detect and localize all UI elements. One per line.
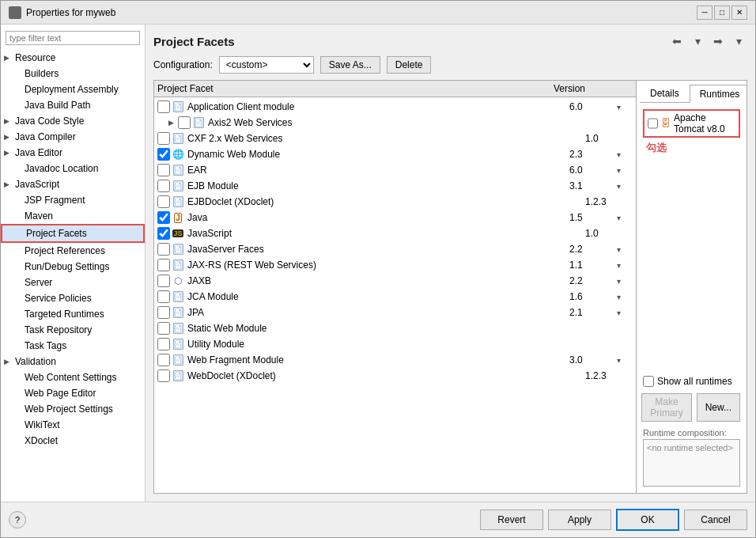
tab-details[interactable]: Details bbox=[640, 84, 690, 102]
window-icon bbox=[9, 6, 21, 19]
sidebar-item-task-repository[interactable]: Task Repository bbox=[1, 322, 145, 338]
sidebar-item-java-editor[interactable]: ▶Java Editor bbox=[1, 145, 145, 161]
tabs-row: Details Runtimes bbox=[640, 84, 743, 103]
sidebar-item-builders[interactable]: Builders bbox=[1, 66, 145, 81]
facet-checkbox[interactable] bbox=[157, 338, 170, 350]
new-button[interactable]: New... bbox=[697, 393, 740, 422]
facet-checkbox[interactable] bbox=[178, 116, 191, 129]
facet-checkbox[interactable] bbox=[157, 243, 170, 256]
facet-version-arrow-icon[interactable]: ▾ bbox=[617, 103, 633, 112]
facet-version-arrow-icon[interactable]: ▾ bbox=[617, 182, 633, 191]
facet-checkbox[interactable] bbox=[157, 275, 170, 287]
maximize-button[interactable]: □ bbox=[714, 6, 730, 20]
config-select[interactable]: <custom> bbox=[219, 56, 314, 74]
sidebar-item-javadoc-location[interactable]: Javadoc Location bbox=[1, 161, 145, 176]
sidebar-item-label: Java Compiler bbox=[15, 131, 76, 142]
facet-checkbox[interactable] bbox=[157, 259, 170, 271]
sidebar-item-web-page-editor[interactable]: Web Page Editor bbox=[1, 385, 145, 401]
sidebar-item-maven[interactable]: Maven bbox=[1, 208, 145, 224]
save-as-button[interactable]: Save As... bbox=[320, 56, 380, 74]
tab-runtimes[interactable]: Runtimes bbox=[690, 85, 747, 103]
close-button[interactable]: ✕ bbox=[731, 6, 747, 20]
sidebar-item-java-build-path[interactable]: Java Build Path bbox=[1, 97, 145, 113]
sidebar-item-java-compiler[interactable]: ▶Java Compiler bbox=[1, 129, 145, 145]
facet-checkbox[interactable] bbox=[157, 180, 170, 192]
facet-checkbox[interactable] bbox=[157, 227, 170, 240]
sidebar-item-javascript[interactable]: ▶JavaScript bbox=[1, 176, 145, 192]
sidebar-item-server[interactable]: Server bbox=[1, 275, 145, 290]
sidebar-item-run/debug-settings[interactable]: Run/Debug Settings bbox=[1, 259, 145, 275]
page-icon: 📄 bbox=[192, 116, 205, 129]
facet-checkbox[interactable] bbox=[157, 100, 170, 113]
facet-name-label: JavaServer Faces bbox=[187, 244, 569, 255]
facet-name-label: JAXB bbox=[187, 275, 569, 286]
apply-button[interactable]: Apply bbox=[548, 510, 611, 530]
sidebar-item-jsp-fragment[interactable]: JSP Fragment bbox=[1, 192, 145, 208]
show-all-runtimes-label: Show all runtimes bbox=[657, 376, 732, 387]
help-button[interactable]: ? bbox=[9, 511, 26, 529]
facet-version-arrow-icon[interactable]: ▾ bbox=[617, 166, 633, 175]
facets-table-header: Project Facet Version bbox=[154, 81, 636, 97]
sidebar-item-label: Targeted Runtimes bbox=[25, 309, 104, 320]
sidebar-item-java-code-style[interactable]: ▶Java Code Style bbox=[1, 113, 145, 129]
facet-row: 📄JAX-RS (REST Web Services)1.1▾ bbox=[154, 257, 636, 273]
sidebar-item-project-references[interactable]: Project References bbox=[1, 243, 145, 259]
facet-version-arrow-icon[interactable]: ▾ bbox=[617, 261, 633, 270]
sidebar-item-web-content-settings[interactable]: Web Content Settings bbox=[1, 369, 145, 385]
facet-version-arrow-icon[interactable]: ▾ bbox=[617, 293, 633, 301]
facet-expand-arrow-icon[interactable]: ▶ bbox=[168, 119, 176, 127]
facet-name-label: JPA bbox=[187, 307, 569, 318]
delete-button[interactable]: Delete bbox=[387, 56, 432, 74]
sidebar-item-label: Run/Debug Settings bbox=[25, 261, 109, 272]
make-primary-button[interactable]: Make Primary bbox=[641, 393, 691, 422]
facet-name-label: EJBDoclet (XDoclet) bbox=[187, 196, 585, 207]
facet-name-label: JAX-RS (REST Web Services) bbox=[187, 260, 569, 271]
show-all-runtimes-checkbox[interactable] bbox=[643, 376, 654, 387]
minimize-button[interactable]: ─ bbox=[697, 6, 713, 20]
facet-row: 📄JPA2.1▾ bbox=[154, 305, 636, 320]
facet-checkbox[interactable] bbox=[157, 148, 170, 161]
facet-checkbox[interactable] bbox=[157, 211, 170, 224]
facet-version-arrow-icon[interactable]: ▾ bbox=[617, 309, 633, 317]
facet-version-arrow-icon[interactable]: ▾ bbox=[617, 356, 633, 365]
facet-checkbox[interactable] bbox=[157, 369, 170, 382]
sidebar-item-deployment-assembly[interactable]: Deployment Assembly bbox=[1, 81, 145, 97]
facet-checkbox[interactable] bbox=[157, 290, 170, 303]
facet-version-arrow-icon[interactable]: ▾ bbox=[617, 214, 633, 222]
facet-row: 📄Static Web Module bbox=[154, 320, 636, 336]
cancel-button[interactable]: Cancel bbox=[684, 510, 747, 530]
dropdown2-icon[interactable]: ▾ bbox=[730, 32, 747, 50]
forward-icon[interactable]: ➡ bbox=[709, 32, 727, 50]
runtime-checkbox[interactable] bbox=[648, 118, 658, 129]
facet-name-label: CXF 2.x Web Services bbox=[187, 133, 585, 144]
filter-input[interactable] bbox=[6, 31, 140, 45]
back-icon[interactable]: ⬅ bbox=[668, 32, 686, 50]
ok-button[interactable]: OK bbox=[616, 509, 679, 531]
facet-checkbox[interactable] bbox=[157, 195, 170, 208]
facets-panel: Project Facet Version 📄Application Clien… bbox=[153, 80, 747, 494]
facet-row: JSJavaScript1.0 bbox=[154, 225, 636, 241]
sidebar-item-task-tags[interactable]: Task Tags bbox=[1, 338, 145, 354]
facet-version-label: 3.1 bbox=[569, 180, 617, 191]
facet-checkbox[interactable] bbox=[157, 132, 170, 145]
facet-checkbox[interactable] bbox=[157, 354, 170, 366]
facet-checkbox[interactable] bbox=[157, 164, 170, 176]
sidebar-item-validation[interactable]: ▶Validation bbox=[1, 354, 145, 369]
facet-version-arrow-icon[interactable]: ▾ bbox=[617, 277, 633, 286]
expand-arrow-icon: ▶ bbox=[4, 133, 12, 141]
facet-version-arrow-icon[interactable]: ▾ bbox=[617, 245, 633, 254]
sidebar-item-project-facets[interactable]: Project Facets bbox=[1, 224, 145, 243]
sidebar-item-resource[interactable]: ▶Resource bbox=[1, 50, 145, 66]
facet-version-label: 1.2.3 bbox=[585, 196, 633, 207]
facet-version-arrow-icon[interactable]: ▾ bbox=[617, 150, 633, 159]
sidebar-item-service-policies[interactable]: Service Policies bbox=[1, 290, 145, 306]
sidebar-item-web-project-settings[interactable]: Web Project Settings bbox=[1, 401, 145, 417]
facet-checkbox[interactable] bbox=[157, 322, 170, 335]
sidebar-item-xdoclet[interactable]: XDoclet bbox=[1, 433, 145, 449]
revert-button[interactable]: Revert bbox=[480, 510, 543, 530]
sidebar-item-wikitext[interactable]: WikiText bbox=[1, 417, 145, 433]
page-icon: 📄 bbox=[172, 180, 184, 192]
sidebar-item-targeted-runtimes[interactable]: Targeted Runtimes bbox=[1, 306, 145, 322]
facet-checkbox[interactable] bbox=[157, 306, 170, 319]
dropdown-icon[interactable]: ▾ bbox=[689, 32, 706, 50]
